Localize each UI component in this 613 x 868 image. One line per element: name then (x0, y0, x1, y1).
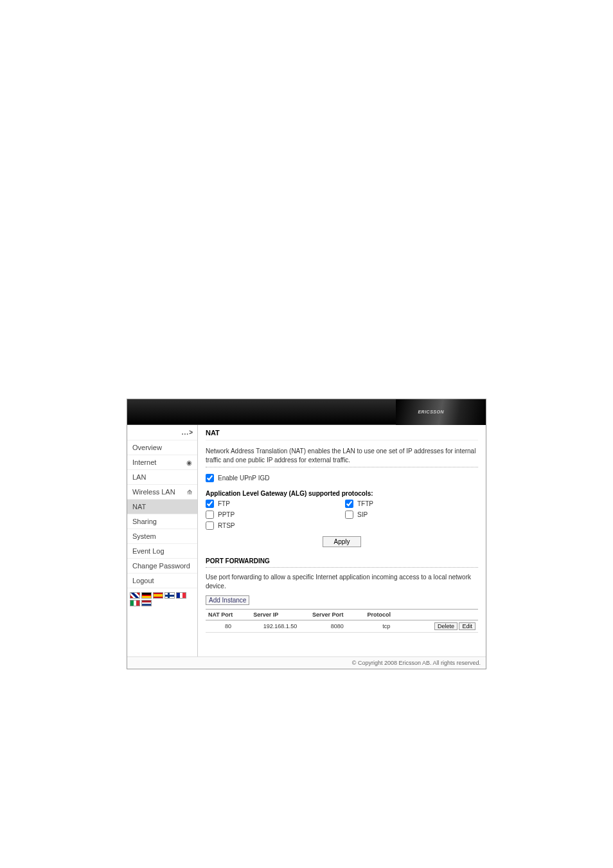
alg-sip-checkbox[interactable] (345, 511, 353, 519)
sidebar-item-change-password[interactable]: Change Password (127, 559, 197, 574)
alg-label: TFTP (357, 500, 373, 507)
alg-label: RTSP (218, 522, 235, 529)
flag-uk-icon[interactable] (130, 592, 140, 599)
sidebar-item-nat[interactable]: NAT (127, 500, 197, 514)
port-forwarding-heading: PORT FORWARDING (206, 554, 478, 568)
cell-server-ip: 192.168.1.50 (251, 620, 310, 633)
port-forwarding-table: NAT Port Server IP Server Port Protocol … (206, 609, 478, 633)
app-window: ERICSSON ...> Overview Internet ◉ LAN Wi… (127, 399, 486, 669)
alg-rtsp-checkbox[interactable] (206, 521, 214, 530)
sidebar-item-label: System (132, 532, 156, 540)
sidebar-item-label: Overview (132, 444, 162, 451)
table-header-row: NAT Port Server IP Server Port Protocol (206, 610, 478, 620)
sidebar-item-label: LAN (132, 473, 146, 481)
wifi-icon: ⟰ (187, 489, 192, 496)
alg-ftp-checkbox[interactable] (206, 500, 214, 508)
sidebar-item-label: Change Password (132, 562, 190, 570)
cell-protocol: tcp (364, 620, 407, 633)
alg-ftp-row: FTP (206, 500, 339, 508)
sidebar-item-overview[interactable]: Overview (127, 440, 197, 455)
sidebar-item-label: Internet (132, 458, 156, 466)
sidebar-item-label: Sharing (132, 518, 157, 525)
sidebar-item-label: NAT (132, 503, 146, 511)
nat-description: Network Address Translation (NAT) enable… (206, 440, 478, 467)
table-row: 80 192.168.1.50 8080 tcp Delete Edit (206, 620, 478, 633)
sidebar-item-logout[interactable]: Logout (127, 574, 197, 588)
sidebar-item-wireless-lan[interactable]: Wireless LAN ⟰ (127, 485, 197, 500)
sidebar: ...> Overview Internet ◉ LAN Wireless LA… (127, 425, 198, 656)
sidebar-item-label: Event Log (132, 547, 164, 555)
col-server-ip: Server IP (251, 610, 310, 620)
alg-label: SIP (357, 511, 368, 518)
sidebar-item-label: Logout (132, 577, 154, 584)
header-bar: ERICSSON (127, 399, 486, 425)
page-title: NAT (206, 425, 478, 440)
flag-fr-icon[interactable] (176, 592, 186, 599)
alg-heading: Application Level Gateway (ALG) supporte… (206, 486, 478, 497)
sidebar-item-system[interactable]: System (127, 529, 197, 544)
port-forwarding-description: Use port forwarding to allow a specific … (206, 568, 478, 595)
globe-icon: ◉ (186, 459, 192, 466)
sidebar-item-lan[interactable]: LAN (127, 470, 197, 485)
header-graphic: ERICSSON (396, 399, 486, 425)
col-protocol: Protocol (364, 610, 407, 620)
alg-tftp-checkbox[interactable] (345, 500, 353, 508)
apply-row: Apply (206, 536, 478, 554)
upnp-checkbox[interactable] (206, 474, 214, 482)
add-instance-button[interactable]: Add Instance (206, 595, 249, 605)
sidebar-item-sharing[interactable]: Sharing (127, 514, 197, 529)
col-server-port: Server Port (310, 610, 365, 620)
alg-label: FTP (218, 500, 230, 507)
sidebar-item-label: Wireless LAN (132, 488, 175, 496)
flag-it-icon[interactable] (130, 600, 140, 606)
main-panel: NAT Network Address Translation (NAT) en… (198, 425, 486, 656)
cell-nat-port: 80 (206, 620, 251, 633)
alg-pptp-row: PPTP (206, 511, 339, 519)
alg-rtsp-row: RTSP (206, 521, 339, 530)
alg-sip-row: SIP (345, 511, 478, 519)
breadcrumb: ...> (127, 425, 197, 440)
footer-copyright: © Copyright 2008 Ericsson AB. All rights… (127, 656, 486, 669)
delete-button[interactable]: Delete (434, 622, 458, 630)
alg-grid: FTP TFTP PPTP SIP RTSP (206, 497, 478, 536)
flag-fi-icon[interactable] (164, 592, 175, 599)
edit-button[interactable]: Edit (459, 622, 475, 630)
alg-tftp-row: TFTP (345, 500, 478, 508)
apply-button[interactable]: Apply (323, 536, 360, 547)
sidebar-item-internet[interactable]: Internet ◉ (127, 455, 197, 470)
content-area: ...> Overview Internet ◉ LAN Wireless LA… (127, 425, 486, 656)
flag-es-icon[interactable] (153, 592, 163, 599)
cell-server-port: 8080 (310, 620, 365, 633)
flag-de-icon[interactable] (141, 592, 152, 599)
breadcrumb-icon: ...> (182, 429, 193, 436)
language-flags (127, 588, 197, 610)
upnp-label: Enable UPnP IGD (218, 475, 269, 482)
brand-label: ERICSSON (418, 410, 444, 414)
sidebar-item-event-log[interactable]: Event Log (127, 544, 197, 559)
upnp-row: Enable UPnP IGD (206, 467, 478, 486)
col-nat-port: NAT Port (206, 610, 251, 620)
alg-pptp-checkbox[interactable] (206, 511, 214, 519)
alg-label: PPTP (218, 511, 235, 518)
flag-nl-icon[interactable] (141, 600, 152, 606)
